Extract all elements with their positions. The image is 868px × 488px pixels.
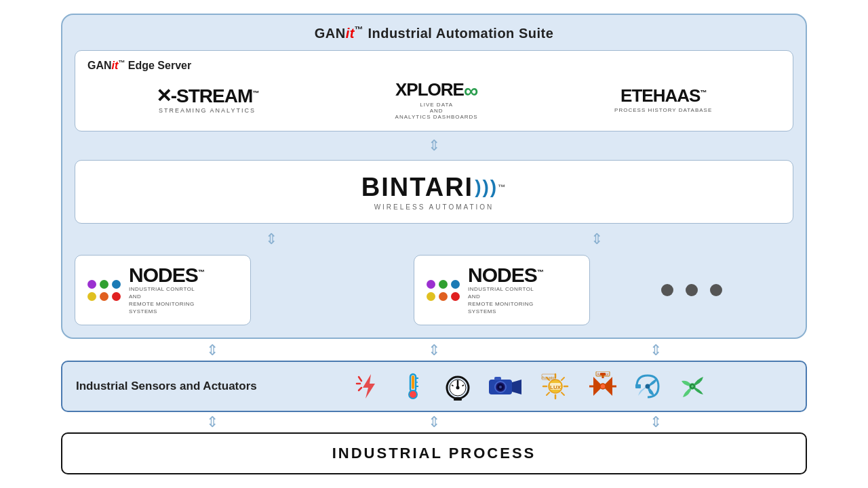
svg-point-40 [600, 384, 606, 389]
arrow-ns-1: ⇕ [206, 342, 218, 359]
svg-line-32 [561, 378, 564, 380]
dot-blue-2 [451, 280, 460, 289]
lightning-sensor-icon [353, 371, 383, 401]
xstream-tm: ™ [252, 89, 258, 97]
svg-text:LUX: LUX [550, 384, 561, 390]
ellipsis-dots [590, 284, 793, 296]
svg-line-33 [547, 392, 549, 395]
lux-sensor-icon: LUX Actuator [538, 371, 573, 401]
dot-red-1 [112, 292, 121, 301]
sensors-icons: LUX Actuator [269, 371, 792, 401]
dot-orange-2 [439, 292, 448, 301]
dot-yellow-2 [427, 292, 435, 301]
arrow-icon: ⇕ [428, 138, 440, 153]
etehaas-logo: ETEHAAS™ PROCESS HISTORY DATABASE [614, 87, 712, 113]
edge-server-box: GANit™ Edge Server ✕-STREAM™ STREAMING A… [75, 50, 793, 131]
nodes-name-2: NODES™ [468, 265, 549, 285]
edge-gan: GAN [87, 60, 112, 72]
bintari-name: BINTARI ))) ™ [361, 173, 507, 202]
bintari-text: BINTARI [361, 173, 473, 202]
etehaas-tm: ™ [700, 89, 706, 96]
edge-tm: ™ [118, 59, 125, 66]
xploreo-sub: LIVE DATAANDANALYTICS DASHBOARDS [395, 102, 478, 120]
nodes-text-2: NODES™ INDUSTRIAL CONRTOLANDREMOTE MONIT… [468, 265, 549, 316]
bintari-waves-icon: ))) [475, 176, 498, 198]
arrow-sp-1: ⇕ [206, 413, 218, 431]
thermometer-sensor-icon [398, 371, 428, 401]
xploreo-infinity: ∞ [464, 79, 477, 102]
nodes-box-1: NODES™ INDUSTRIAL CONRTOLANDREMOTE MONIT… [75, 255, 251, 326]
nodes-to-sensors-arrows: ⇕ ⇕ ⇕ [61, 342, 807, 359]
svg-line-1 [359, 377, 361, 381]
nodes-dot-row-top-2 [427, 280, 460, 289]
dot-yellow-1 [87, 292, 96, 301]
svg-text:Actuator: Actuator [597, 373, 609, 376]
dot-purple-1 [87, 280, 96, 289]
pressure-gauge-icon [443, 371, 473, 401]
dot-blue-1 [112, 280, 121, 289]
svg-line-31 [561, 392, 564, 395]
svg-point-47 [646, 384, 650, 389]
sensors-label: Industrial Sensors and Actuators [76, 379, 257, 394]
nodes-text-1: NODES™ INDUSTRIAL CONRTOLANDREMOTE MONIT… [129, 265, 210, 316]
suite-tm: ™ [355, 24, 364, 35]
bintari-tm: ™ [498, 183, 507, 191]
svg-marker-23 [512, 380, 521, 394]
suite-it: it [346, 25, 355, 40]
arrow-edge-to-bintari: ⇕ [75, 138, 793, 153]
edge-logos: ✕-STREAM™ STREAMING ANALYTICS XPLORE∞ LI… [87, 81, 781, 120]
xstream-name: ✕-STREAM™ [156, 87, 259, 106]
ellipsis-dot-2 [686, 284, 698, 296]
camera-sensor-icon [488, 371, 523, 401]
etehaas-sub: PROCESS HISTORY DATABASE [614, 107, 712, 113]
main-diagram: GANit™ Industrial Automation Suite GANit… [61, 14, 807, 475]
nodes-name-1: NODES™ [129, 265, 210, 285]
ellipsis-dot-1 [661, 284, 673, 296]
edge-server-label: GANit™ Edge Server [87, 59, 781, 72]
dot-orange-1 [100, 292, 108, 301]
sensors-box: Industrial Sensors and Actuators [61, 361, 807, 412]
nodes-dot-row-bot-1 [87, 292, 121, 301]
dot-red-2 [451, 292, 460, 301]
svg-point-50 [691, 385, 694, 388]
dot-green-1 [100, 280, 108, 289]
svg-marker-0 [363, 374, 375, 399]
sensors-to-process-arrows: ⇕ ⇕ ⇕ [61, 413, 807, 431]
etehaas-name: ETEHAAS™ [620, 87, 706, 104]
svg-point-6 [409, 390, 417, 399]
suite-title: GANit™ Industrial Automation Suite [75, 24, 793, 41]
nodes-dots-1 [87, 280, 121, 301]
bintari-to-nodes-arrows: ⇕ ⇕ [75, 230, 793, 248]
turbine-icon [633, 371, 663, 401]
xploreo-logo: XPLORE∞ LIVE DATAANDANALYTICS DASHBOARDS [395, 81, 478, 120]
edge-it: it [112, 60, 119, 72]
arrow-bintari-nodes-1: ⇕ [265, 230, 277, 248]
arrow-sp-3: ⇕ [650, 413, 662, 431]
suite-gan: GAN [315, 25, 346, 40]
edge-rest: Edge Server [125, 60, 191, 72]
bintari-box: BINTARI ))) ™ WIRELESS AUTOMATION [75, 160, 793, 224]
ellipsis-dot-3 [710, 284, 722, 296]
svg-line-3 [359, 388, 361, 390]
arrow-ns-3: ⇕ [650, 342, 662, 359]
arrow-sp-2: ⇕ [428, 413, 440, 431]
svg-rect-15 [454, 399, 462, 401]
dot-purple-2 [427, 280, 435, 289]
nodes-dots-2 [427, 280, 460, 301]
suite-box: GANit™ Industrial Automation Suite GANit… [61, 14, 807, 340]
svg-rect-24 [494, 377, 501, 380]
nodes-sub-2: INDUSTRIAL CONRTOLANDREMOTE MONITORING S… [468, 285, 549, 316]
svg-rect-5 [412, 375, 414, 389]
suite-rest: Industrial Automation Suite [363, 25, 553, 40]
xstream-logo: ✕-STREAM™ STREAMING ANALYTICS [156, 87, 259, 114]
arrow-ns-2: ⇕ [428, 342, 440, 359]
nodes-dot-row-bot-2 [427, 292, 460, 301]
svg-rect-48 [635, 384, 641, 388]
nodes-box-2: NODES™ INDUSTRIAL CONRTOLANDREMOTE MONIT… [414, 255, 590, 326]
bintari-logo: BINTARI ))) ™ WIRELESS AUTOMATION [361, 173, 507, 211]
fan-propeller-icon [677, 371, 707, 401]
actuator-valve-icon: Actuator [588, 371, 618, 401]
bintari-sub: WIRELESS AUTOMATION [374, 203, 494, 211]
nodes-dot-row-top-1 [87, 280, 121, 289]
dot-green-2 [439, 280, 448, 289]
